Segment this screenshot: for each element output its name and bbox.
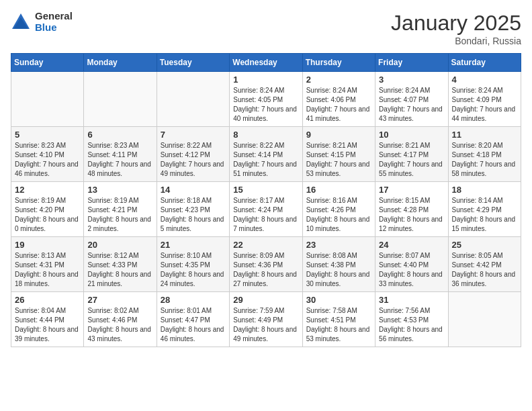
day-cell: 20Sunrise: 8:12 AM Sunset: 4:33 PM Dayli… — [84, 237, 157, 292]
week-row-5: 26Sunrise: 8:04 AM Sunset: 4:44 PM Dayli… — [11, 292, 521, 347]
day-number: 21 — [161, 240, 226, 250]
day-number: 20 — [87, 240, 152, 250]
day-cell: 13Sunrise: 8:19 AM Sunset: 4:21 PM Dayli… — [84, 182, 157, 237]
day-cell: 14Sunrise: 8:18 AM Sunset: 4:23 PM Dayli… — [157, 182, 229, 237]
day-cell: 5Sunrise: 8:23 AM Sunset: 4:10 PM Daylig… — [11, 127, 84, 182]
day-cell — [84, 72, 157, 127]
day-number: 7 — [161, 130, 226, 140]
day-cell: 7Sunrise: 8:22 AM Sunset: 4:12 PM Daylig… — [157, 127, 229, 182]
cell-details: Sunrise: 8:04 AM Sunset: 4:44 PM Dayligh… — [15, 306, 80, 344]
day-header-sunday: Sunday — [11, 54, 84, 72]
day-header-thursday: Thursday — [302, 54, 375, 72]
day-cell: 11Sunrise: 8:20 AM Sunset: 4:18 PM Dayli… — [448, 127, 521, 182]
cell-details: Sunrise: 8:13 AM Sunset: 4:31 PM Dayligh… — [15, 251, 80, 289]
day-number: 30 — [306, 295, 371, 305]
day-header-friday: Friday — [375, 54, 448, 72]
day-cell: 10Sunrise: 8:21 AM Sunset: 4:17 PM Dayli… — [375, 127, 448, 182]
cell-details: Sunrise: 7:56 AM Sunset: 4:53 PM Dayligh… — [379, 306, 444, 344]
cell-details: Sunrise: 8:18 AM Sunset: 4:23 PM Dayligh… — [161, 196, 226, 234]
cell-details: Sunrise: 7:59 AM Sunset: 4:49 PM Dayligh… — [233, 306, 298, 344]
week-row-3: 12Sunrise: 8:19 AM Sunset: 4:20 PM Dayli… — [11, 182, 521, 237]
location: Bondari, Russia — [391, 36, 521, 46]
day-cell: 30Sunrise: 7:58 AM Sunset: 4:51 PM Dayli… — [302, 292, 375, 347]
day-number: 4 — [452, 75, 517, 85]
day-number: 1 — [233, 75, 298, 85]
logo: General Blue — [11, 11, 73, 33]
day-number: 2 — [306, 75, 371, 85]
logo-icon — [11, 12, 31, 32]
day-cell — [11, 72, 84, 127]
day-cell: 8Sunrise: 8:22 AM Sunset: 4:14 PM Daylig… — [230, 127, 302, 182]
day-cell: 27Sunrise: 8:02 AM Sunset: 4:46 PM Dayli… — [84, 292, 157, 347]
day-number: 18 — [452, 185, 517, 195]
cell-details: Sunrise: 8:09 AM Sunset: 4:36 PM Dayligh… — [233, 251, 298, 289]
day-number: 26 — [15, 295, 80, 305]
cell-details: Sunrise: 8:24 AM Sunset: 4:07 PM Dayligh… — [379, 86, 444, 124]
day-number: 24 — [379, 240, 444, 250]
cell-details: Sunrise: 8:22 AM Sunset: 4:12 PM Dayligh… — [161, 141, 226, 179]
day-cell: 6Sunrise: 8:23 AM Sunset: 4:11 PM Daylig… — [84, 127, 157, 182]
logo-blue: Blue — [35, 22, 73, 34]
day-number: 29 — [233, 295, 298, 305]
day-number: 10 — [379, 130, 444, 140]
day-cell — [448, 292, 521, 347]
day-cell: 19Sunrise: 8:13 AM Sunset: 4:31 PM Dayli… — [11, 237, 84, 292]
day-cell: 26Sunrise: 8:04 AM Sunset: 4:44 PM Dayli… — [11, 292, 84, 347]
month-title: January 2025 — [391, 11, 521, 36]
day-number: 5 — [15, 130, 80, 140]
day-header-tuesday: Tuesday — [157, 54, 229, 72]
week-row-4: 19Sunrise: 8:13 AM Sunset: 4:31 PM Dayli… — [11, 237, 521, 292]
cell-details: Sunrise: 8:12 AM Sunset: 4:33 PM Dayligh… — [87, 251, 152, 289]
cell-details: Sunrise: 8:14 AM Sunset: 4:29 PM Dayligh… — [452, 196, 517, 234]
title-area: January 2025 Bondari, Russia — [391, 11, 521, 46]
day-cell: 21Sunrise: 8:10 AM Sunset: 4:35 PM Dayli… — [157, 237, 229, 292]
cell-details: Sunrise: 8:05 AM Sunset: 4:42 PM Dayligh… — [452, 251, 517, 289]
day-cell: 3Sunrise: 8:24 AM Sunset: 4:07 PM Daylig… — [375, 72, 448, 127]
day-number: 12 — [15, 185, 80, 195]
day-header-saturday: Saturday — [448, 54, 521, 72]
cell-details: Sunrise: 8:21 AM Sunset: 4:15 PM Dayligh… — [306, 141, 371, 179]
cell-details: Sunrise: 8:23 AM Sunset: 4:10 PM Dayligh… — [15, 141, 80, 179]
cell-details: Sunrise: 8:15 AM Sunset: 4:28 PM Dayligh… — [379, 196, 444, 234]
day-header-wednesday: Wednesday — [230, 54, 302, 72]
day-cell: 2Sunrise: 8:24 AM Sunset: 4:06 PM Daylig… — [302, 72, 375, 127]
day-number: 15 — [233, 185, 298, 195]
day-number: 23 — [306, 240, 371, 250]
day-number: 8 — [233, 130, 298, 140]
day-cell: 24Sunrise: 8:07 AM Sunset: 4:40 PM Dayli… — [375, 237, 448, 292]
day-number: 31 — [379, 295, 444, 305]
day-number: 17 — [379, 185, 444, 195]
week-row-1: 1Sunrise: 8:24 AM Sunset: 4:05 PM Daylig… — [11, 72, 521, 127]
day-cell: 29Sunrise: 7:59 AM Sunset: 4:49 PM Dayli… — [230, 292, 302, 347]
cell-details: Sunrise: 8:19 AM Sunset: 4:21 PM Dayligh… — [87, 196, 152, 234]
day-cell: 23Sunrise: 8:08 AM Sunset: 4:38 PM Dayli… — [302, 237, 375, 292]
logo-general: General — [35, 11, 73, 22]
cell-details: Sunrise: 8:17 AM Sunset: 4:24 PM Dayligh… — [233, 196, 298, 234]
day-cell: 1Sunrise: 8:24 AM Sunset: 4:05 PM Daylig… — [230, 72, 302, 127]
day-cell: 31Sunrise: 7:56 AM Sunset: 4:53 PM Dayli… — [375, 292, 448, 347]
cell-details: Sunrise: 8:01 AM Sunset: 4:47 PM Dayligh… — [161, 306, 226, 344]
calendar-table: SundayMondayTuesdayWednesdayThursdayFrid… — [11, 53, 521, 347]
day-number: 19 — [15, 240, 80, 250]
cell-details: Sunrise: 8:19 AM Sunset: 4:20 PM Dayligh… — [15, 196, 80, 234]
header: General Blue January 2025 Bondari, Russi… — [11, 11, 521, 46]
week-row-2: 5Sunrise: 8:23 AM Sunset: 4:10 PM Daylig… — [11, 127, 521, 182]
day-cell — [157, 72, 229, 127]
day-cell: 16Sunrise: 8:16 AM Sunset: 4:26 PM Dayli… — [302, 182, 375, 237]
day-cell: 4Sunrise: 8:24 AM Sunset: 4:09 PM Daylig… — [448, 72, 521, 127]
day-cell: 22Sunrise: 8:09 AM Sunset: 4:36 PM Dayli… — [230, 237, 302, 292]
day-number: 28 — [161, 295, 226, 305]
day-cell: 9Sunrise: 8:21 AM Sunset: 4:15 PM Daylig… — [302, 127, 375, 182]
day-cell: 17Sunrise: 8:15 AM Sunset: 4:28 PM Dayli… — [375, 182, 448, 237]
day-number: 22 — [233, 240, 298, 250]
day-number: 11 — [452, 130, 517, 140]
day-number: 25 — [452, 240, 517, 250]
cell-details: Sunrise: 8:07 AM Sunset: 4:40 PM Dayligh… — [379, 251, 444, 289]
day-cell: 28Sunrise: 8:01 AM Sunset: 4:47 PM Dayli… — [157, 292, 229, 347]
cell-details: Sunrise: 8:23 AM Sunset: 4:11 PM Dayligh… — [87, 141, 152, 179]
day-number: 16 — [306, 185, 371, 195]
day-number: 14 — [161, 185, 226, 195]
logo-text: General Blue — [35, 11, 73, 33]
cell-details: Sunrise: 8:02 AM Sunset: 4:46 PM Dayligh… — [87, 306, 152, 344]
day-cell: 12Sunrise: 8:19 AM Sunset: 4:20 PM Dayli… — [11, 182, 84, 237]
